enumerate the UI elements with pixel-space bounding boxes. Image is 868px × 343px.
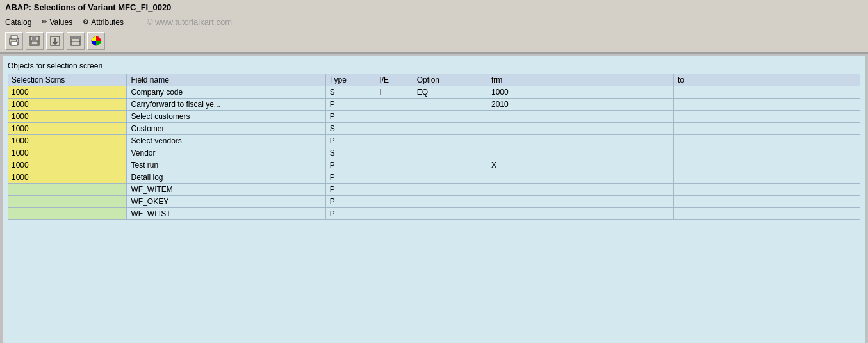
col-header-sel-scrns: Selection Scrns xyxy=(8,74,127,86)
menu-attributes-label: Attributes xyxy=(91,18,124,27)
cell-4-1: Select vendors xyxy=(127,135,325,147)
cell-7-2: P xyxy=(325,172,375,184)
btn-local-save[interactable] xyxy=(46,32,64,50)
cell-5-6 xyxy=(673,147,860,159)
cell-4-6 xyxy=(673,135,860,147)
cell-3-4 xyxy=(413,123,487,135)
table-row[interactable]: WF_WLISTP xyxy=(8,208,860,220)
cell-9-0 xyxy=(8,196,127,208)
cell-3-3 xyxy=(375,123,413,135)
cell-5-4 xyxy=(413,147,487,159)
cell-2-6 xyxy=(673,111,860,123)
cell-0-1: Company code xyxy=(127,86,325,99)
cell-5-2: S xyxy=(325,147,375,159)
cell-6-4 xyxy=(413,159,487,172)
cell-10-1: WF_WLIST xyxy=(127,208,325,220)
cell-6-6 xyxy=(673,159,860,172)
col-header-option: Option xyxy=(413,74,487,86)
cell-5-5 xyxy=(487,147,674,159)
cell-6-3 xyxy=(375,159,413,172)
col-header-field-name: Field name xyxy=(127,74,325,86)
cell-9-3 xyxy=(375,196,413,208)
cell-5-3 xyxy=(375,147,413,159)
menu-attributes[interactable]: ⚙ Attributes xyxy=(83,18,124,27)
table-row[interactable]: 1000Test runPX xyxy=(8,159,860,172)
table-row[interactable]: 1000Detail logP xyxy=(8,172,860,184)
svg-rect-2 xyxy=(11,42,17,45)
cell-2-5 xyxy=(487,111,674,123)
table-row[interactable]: 1000CustomerS xyxy=(8,123,860,135)
cell-8-6 xyxy=(673,184,860,196)
col-header-frm: frm xyxy=(487,74,674,86)
cell-5-1: Vendor xyxy=(127,147,325,159)
cell-10-3 xyxy=(375,208,413,220)
cell-7-5 xyxy=(487,172,674,184)
menu-values-label: Values xyxy=(49,18,72,27)
svg-rect-6 xyxy=(31,41,38,44)
cell-4-3 xyxy=(375,135,413,147)
table-row[interactable]: WF_OKEYP xyxy=(8,196,860,208)
cell-9-5 xyxy=(487,196,674,208)
btn-print[interactable] xyxy=(5,32,23,50)
cell-0-3: I xyxy=(375,86,413,99)
cell-0-6 xyxy=(673,86,860,99)
title-bar: ABAP: Selections of Variant MFC_FI_0020 xyxy=(0,0,868,15)
cell-6-0: 1000 xyxy=(8,159,127,172)
selections-table: Selection Scrns Field name Type I/E Opti… xyxy=(8,74,860,220)
cell-0-5: 1000 xyxy=(487,86,674,99)
btn-save[interactable] xyxy=(26,32,44,50)
pencil-icon: ✏ xyxy=(42,18,47,26)
cell-10-6 xyxy=(673,208,860,220)
cell-3-1: Customer xyxy=(127,123,325,135)
color-icon xyxy=(90,35,102,47)
cell-0-4: EQ xyxy=(413,86,487,99)
cell-9-4 xyxy=(413,196,487,208)
col-header-ie: I/E xyxy=(375,74,413,86)
cell-10-2: P xyxy=(325,208,375,220)
table-row[interactable]: WF_WITEMP xyxy=(8,184,860,196)
cell-1-5: 2010 xyxy=(487,99,674,111)
svg-rect-5 xyxy=(32,36,36,40)
cell-8-0 xyxy=(8,184,127,196)
col-header-type: Type xyxy=(325,74,375,86)
btn-color[interactable] xyxy=(87,32,105,50)
cell-2-2: P xyxy=(325,111,375,123)
svg-rect-10 xyxy=(71,36,80,39)
svg-rect-1 xyxy=(11,36,17,39)
table-row[interactable]: 1000Carryforward to fiscal ye...P2010 xyxy=(8,99,860,111)
table-row[interactable]: 1000Select customersP xyxy=(8,111,860,123)
table-row[interactable]: 1000Select vendorsP xyxy=(8,135,860,147)
cell-7-3 xyxy=(375,172,413,184)
cell-2-1: Select customers xyxy=(127,111,325,123)
main-content: Objects for selection screen Selection S… xyxy=(3,56,865,343)
cell-4-0: 1000 xyxy=(8,135,127,147)
cell-7-4 xyxy=(413,172,487,184)
btn-layout[interactable] xyxy=(67,32,85,50)
cell-0-0: 1000 xyxy=(8,86,127,99)
gear-icon: ⚙ xyxy=(83,18,89,26)
cell-1-1: Carryforward to fiscal ye... xyxy=(127,99,325,111)
local-save-icon xyxy=(49,35,61,47)
cell-3-2: S xyxy=(325,123,375,135)
menu-values[interactable]: ✏ Values xyxy=(42,18,72,27)
cell-7-0: 1000 xyxy=(8,172,127,184)
cell-8-3 xyxy=(375,184,413,196)
cell-1-2: P xyxy=(325,99,375,111)
cell-6-2: P xyxy=(325,159,375,172)
cell-3-0: 1000 xyxy=(8,123,127,135)
table-row[interactable]: 1000Company codeSIEQ1000 xyxy=(8,86,860,99)
cell-9-2: P xyxy=(325,196,375,208)
save-icon xyxy=(29,35,40,47)
table-row[interactable]: 1000VendorS xyxy=(8,147,860,159)
cell-0-2: S xyxy=(325,86,375,99)
col-header-to: to xyxy=(673,74,860,86)
cell-8-5 xyxy=(487,184,674,196)
cell-3-5 xyxy=(487,123,674,135)
cell-1-3 xyxy=(375,99,413,111)
cell-3-6 xyxy=(673,123,860,135)
menu-catalog[interactable]: Catalog xyxy=(5,18,31,27)
window-title: ABAP: Selections of Variant MFC_FI_0020 xyxy=(5,3,171,12)
cell-7-1: Detail log xyxy=(127,172,325,184)
table-header-row: Selection Scrns Field name Type I/E Opti… xyxy=(8,74,860,86)
cell-4-4 xyxy=(413,135,487,147)
